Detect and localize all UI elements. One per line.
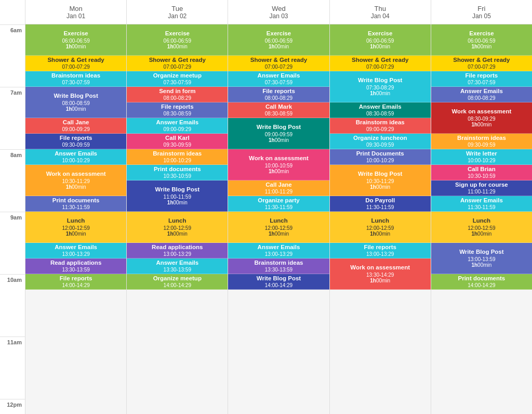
event-thu-6[interactable]: Print Documents10:00-10:29 bbox=[330, 149, 431, 165]
event-thu-8[interactable]: Do Payroll11:30-11:59 bbox=[330, 196, 431, 212]
event-mon-4[interactable]: Call Jane09:00-09:29 bbox=[25, 118, 126, 134]
event-title-mon-11: Read applications bbox=[50, 260, 101, 267]
event-wed-3[interactable]: File reports08:00-08:29 bbox=[228, 87, 329, 102]
event-fri-12[interactable]: Print documents14:00-14:29 bbox=[431, 274, 532, 290]
event-wed-6[interactable]: Work on assessment10:00-10:591h00min bbox=[228, 149, 329, 180]
event-title-fri-10: Lunch bbox=[473, 217, 491, 225]
event-thu-0[interactable]: Exercise06:00-06:591h00min bbox=[330, 24, 431, 56]
event-tue-4[interactable]: File reports08:30-08:59 bbox=[127, 102, 228, 118]
event-wed-1[interactable]: Shower & Get ready07:00-07:29 bbox=[228, 56, 329, 71]
event-title-tue-5: Answer Emails bbox=[156, 119, 198, 126]
event-title-tue-2: Organize meetup bbox=[153, 72, 202, 80]
event-time-mon-0: 06:00-06:59 bbox=[62, 38, 89, 44]
event-mon-0[interactable]: Exercise06:00-06:591h00min bbox=[25, 24, 126, 56]
day-date-wed: Jan 03 bbox=[269, 12, 288, 20]
event-tue-1[interactable]: Shower & Get ready07:00-07:29 bbox=[127, 56, 228, 71]
event-title-fri-7: Call Brian bbox=[468, 166, 496, 173]
event-mon-11[interactable]: Read applications13:30-13:59 bbox=[25, 258, 126, 274]
day-header-mon: Mon Jan 01 bbox=[25, 0, 126, 24]
event-time-mon-2: 07:30-07:59 bbox=[62, 80, 89, 85]
event-time-mon-1: 07:00-07:29 bbox=[62, 64, 89, 70]
event-title-mon-2: Brainstorm ideas bbox=[51, 72, 100, 80]
event-wed-11[interactable]: Brainstorm ideas13:30-13:59 bbox=[228, 258, 329, 274]
event-time-wed-1: 07:00-07:29 bbox=[265, 64, 292, 70]
event-thu-5[interactable]: Organize luncheon09:30-09:59 bbox=[330, 134, 431, 149]
event-tue-2[interactable]: Organize meetup07:30-07:59 bbox=[127, 71, 228, 87]
day-date-tue: Jan 02 bbox=[168, 12, 187, 20]
event-wed-8[interactable]: Organize party11:30-11:59 bbox=[228, 196, 329, 212]
event-title-fri-6: Write letter bbox=[466, 150, 497, 158]
event-mon-3[interactable]: Write Blog Post08:00-08:591h00min bbox=[25, 87, 126, 118]
event-title-thu-1: Shower & Get ready bbox=[352, 57, 408, 64]
event-title-thu-10: File reports bbox=[364, 244, 396, 251]
event-thu-10[interactable]: File reports13:00-13:29 bbox=[330, 243, 431, 258]
event-wed-9[interactable]: Lunch12:00-12:591h00min bbox=[228, 212, 329, 243]
event-fri-0[interactable]: Exercise06:00-06:591h00min bbox=[431, 24, 532, 56]
time-slot-8am: 8am bbox=[0, 149, 25, 212]
day-name-tue: Tue bbox=[171, 5, 183, 12]
event-tue-5[interactable]: Answer Emails09:00-09:29 bbox=[127, 118, 228, 134]
event-fri-9[interactable]: Answer Emails11:30-11:59 bbox=[431, 196, 532, 212]
event-thu-7[interactable]: Write Blog Post10:30-11:291h00min bbox=[330, 165, 431, 196]
event-mon-7[interactable]: Work on assessment10:30-11:291h00min bbox=[25, 165, 126, 196]
event-fri-2[interactable]: File reports07:30-07:59 bbox=[431, 71, 532, 87]
event-title-fri-4: Work on assessment bbox=[451, 108, 511, 115]
event-fri-8[interactable]: Sign up for course11:00-11:29 bbox=[431, 180, 532, 196]
event-fri-3[interactable]: Answer Emails08:00-08:29 bbox=[431, 87, 532, 102]
event-title-wed-5: Write Blog Post bbox=[257, 124, 301, 131]
event-mon-8[interactable]: Print documents11:30-11:59 bbox=[25, 196, 126, 212]
event-thu-2[interactable]: Write Blog Post07:30-08:291h00min bbox=[330, 71, 431, 102]
event-time-tue-6: 09:30-09:59 bbox=[164, 142, 191, 148]
event-tue-11[interactable]: Read applications13:00-13:29 bbox=[127, 243, 228, 258]
event-fri-10[interactable]: Lunch12:00-12:591h00min bbox=[431, 212, 532, 243]
event-title-mon-8: Print documents bbox=[52, 197, 100, 204]
event-time-fri-4: 08:30-09:29 bbox=[468, 116, 495, 122]
event-title-thu-8: Do Payroll bbox=[365, 197, 395, 204]
event-tue-12[interactable]: Answer Emails13:30-13:59 bbox=[127, 258, 228, 274]
event-mon-2[interactable]: Brainstorm ideas07:30-07:59 bbox=[25, 71, 126, 87]
time-slot-12pm: 12pm bbox=[0, 399, 25, 414]
event-tue-9[interactable]: Write Blog Post11:00-11:591h00min bbox=[127, 180, 228, 212]
event-wed-2[interactable]: Answer Emails07:30-07:59 bbox=[228, 71, 329, 87]
event-thu-1[interactable]: Shower & Get ready07:00-07:29 bbox=[330, 56, 431, 71]
event-wed-5[interactable]: Write Blog Post09:00-09:591h00min bbox=[228, 118, 329, 149]
event-thu-11[interactable]: Work on assessment13:30-14:291h00min bbox=[330, 258, 431, 290]
event-wed-0[interactable]: Exercise06:00-06:591h00min bbox=[228, 24, 329, 56]
event-mon-9[interactable]: Lunch12:00-12:591h00min bbox=[25, 212, 126, 243]
event-tue-8[interactable]: Print documents10:30-10:59 bbox=[127, 165, 228, 180]
event-fri-6[interactable]: Write letter10:00-10:29 bbox=[431, 149, 532, 165]
event-tue-6[interactable]: Call Karl09:30-09:59 bbox=[127, 134, 228, 149]
event-duration-fri-10: 1h00min bbox=[471, 231, 491, 237]
event-title-thu-11: Work on assessment bbox=[350, 264, 410, 271]
event-tue-3[interactable]: Send in form08:00-08:29 bbox=[127, 87, 228, 102]
event-thu-4[interactable]: Brainstorm ideas09:00-09:29 bbox=[330, 118, 431, 134]
event-time-fri-5: 09:30-09:59 bbox=[468, 142, 495, 148]
event-time-thu-7: 10:30-11:29 bbox=[366, 178, 394, 184]
event-mon-12[interactable]: File reports14:00-14:29 bbox=[25, 274, 126, 290]
event-mon-10[interactable]: Answer Emails13:00-13:29 bbox=[25, 243, 126, 258]
event-mon-6[interactable]: Answer Emails10:00-10:29 bbox=[25, 149, 126, 165]
event-title-thu-9: Lunch bbox=[371, 217, 389, 225]
event-thu-9[interactable]: Lunch12:00-12:591h00min bbox=[330, 212, 431, 243]
event-fri-1[interactable]: Shower & Get ready07:00-07:29 bbox=[431, 56, 532, 71]
event-duration-tue-10: 1h00min bbox=[167, 231, 188, 237]
event-tue-10[interactable]: Lunch12:00-12:591h00min bbox=[127, 212, 228, 243]
event-fri-5[interactable]: Brainstorm ideas09:30-09:59 bbox=[431, 134, 532, 149]
event-tue-7[interactable]: Brainstorm ideas10:00-10:29 bbox=[127, 149, 228, 165]
event-wed-7[interactable]: Call Jane11:00-11:29 bbox=[228, 180, 329, 196]
event-title-mon-7: Work on assessment bbox=[46, 171, 106, 178]
event-wed-4[interactable]: Call Mark08:30-08:59 bbox=[228, 102, 329, 118]
event-title-fri-0: Exercise bbox=[469, 30, 494, 37]
event-mon-5[interactable]: File reports09:30-09:59 bbox=[25, 134, 126, 149]
event-tue-0[interactable]: Exercise06:00-06:591h00min bbox=[127, 24, 228, 56]
event-mon-1[interactable]: Shower & Get ready07:00-07:29 bbox=[25, 56, 126, 71]
event-fri-4[interactable]: Work on assessment08:30-09:291h00min bbox=[431, 102, 532, 134]
event-wed-10[interactable]: Answer Emails13:00-13:29 bbox=[228, 243, 329, 258]
event-tue-13[interactable]: Organize meetup14:00-14:29 bbox=[127, 274, 228, 290]
event-thu-3[interactable]: Answer Emails08:30-08:59 bbox=[330, 102, 431, 118]
event-wed-12[interactable]: Write Blog Post14:00-14:29 bbox=[228, 274, 329, 290]
event-fri-11[interactable]: Write Blog Post13:00-13:591h00min bbox=[431, 243, 532, 274]
event-time-wed-0: 06:00-06:59 bbox=[265, 38, 292, 44]
day-column-mon: Exercise06:00-06:591h00minShower & Get r… bbox=[25, 24, 126, 414]
event-fri-7[interactable]: Call Brian10:30-10:59 bbox=[431, 165, 532, 180]
